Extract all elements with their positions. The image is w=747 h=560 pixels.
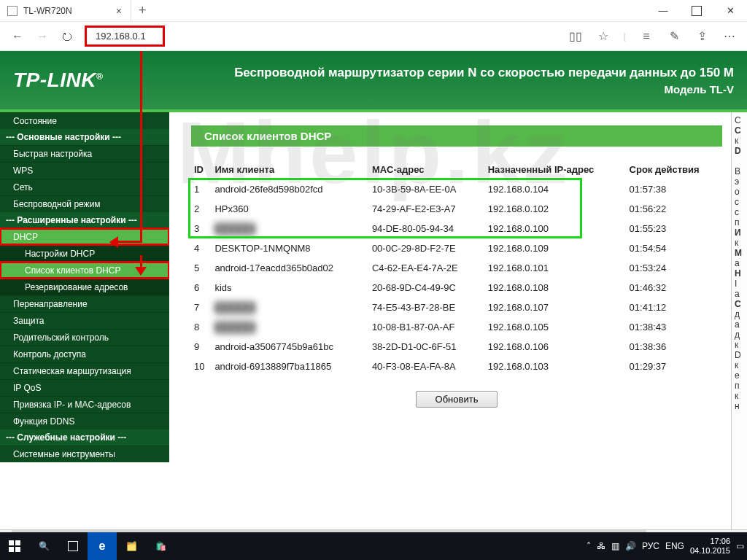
windows-taskbar: 🔍 e 🗂️ 🛍️ ˄ 🖧 ▥ 🔊 РУС ENG 17:06 04.10.20… [0,532,747,560]
table-row: 7██████74-E5-43-B7-28-BE192.168.0.10701:… [191,298,722,317]
tray-volume-icon[interactable]: 🔊 [625,541,636,551]
sidebar-item-dhcp[interactable]: DHCP [0,228,169,245]
table-row: 9android-a35067745b9a61bc38-2D-D1-0C-6F-… [191,337,722,357]
table-cell: 40-F3-08-EA-FA-8A [369,357,485,376]
browser-tab-strip: TL-WR720N × + — ✕ [0,0,747,22]
url-text: 192.168.0.1 [96,31,146,42]
taskbar-app-edge[interactable]: e [88,532,117,560]
refresh-browser-button[interactable]: ⭮ [60,29,74,44]
tray-notifications-icon[interactable]: ▭ [736,541,744,551]
sidebar-item-tools[interactable]: Системные инструменты [0,446,169,462]
sidebar-sub-dhcp-settings[interactable]: Настройки DHCP [0,245,169,262]
table-cell: 192.168.0.104 [485,179,627,199]
table-cell: 10-3B-59-8A-EE-0A [369,179,485,199]
tray-clock[interactable]: 17:06 04.10.2015 [690,537,730,556]
reading-mode-icon[interactable]: ▯▯ [568,29,583,44]
taskbar-app-explorer[interactable]: 🗂️ [117,532,146,560]
table-cell: 01:46:32 [627,278,722,298]
page-viewport: Mhelp.kz TP-LINK® Беспроводной маршрутиз… [0,51,747,532]
tray-lang-2[interactable]: ENG [665,541,684,551]
table-cell: 1 [191,179,212,199]
table-row: 5android-17eacdd365b0ad02C4-62-EA-E4-7A-… [191,258,722,278]
back-button[interactable]: ← [10,29,25,44]
table-row: 2HPx36074-29-AF-E2-E3-A7192.168.0.10201:… [191,199,722,219]
search-icon[interactable]: 🔍 [29,532,58,560]
table-cell: 74-29-AF-E2-E3-A7 [369,199,485,219]
window-controls: — ✕ [646,0,747,22]
table-cell: 192.168.0.108 [485,278,627,298]
address-bar[interactable]: 192.168.0.1 [85,26,165,47]
sidebar-item-ipmac[interactable]: Привязка IP- и MAC-адресов [0,396,169,413]
table-cell: 20-68-9D-C4-49-9C [369,278,485,298]
table-cell: 192.168.0.100 [485,219,627,238]
sidebar-group-service: --- Служебные настройки --- [0,429,169,446]
sidebar-item-access[interactable]: Контроль доступа [0,346,169,362]
sidebar-item-ddns[interactable]: Функция DDNS [0,413,169,429]
sidebar-item-parental[interactable]: Родительский контроль [0,329,169,346]
table-cell: android-17eacdd365b0ad02 [212,258,369,278]
table-cell: 192.168.0.101 [485,258,627,278]
svg-rect-3 [15,547,20,552]
notes-icon[interactable]: ✎ [667,29,681,44]
sidebar-item-forwarding[interactable]: Перенаправление [0,295,169,312]
table-cell: 10 [191,357,212,376]
col-mac: MAC-адрес [369,160,485,179]
minimize-button[interactable]: — [646,0,680,22]
table-cell: 2 [191,199,212,219]
forward-button[interactable]: → [35,29,50,44]
favorite-icon[interactable]: ☆ [596,29,611,44]
sidebar-nav: Состояние --- Основные настройки --- Быс… [0,112,169,529]
tray-battery-icon[interactable]: ▥ [611,541,619,551]
table-cell: 192.168.0.102 [485,199,627,219]
svg-rect-0 [9,540,14,545]
col-name: Имя клиента [212,160,369,179]
browser-tab[interactable]: TL-WR720N × [0,0,131,21]
table-cell: ██████ [212,219,369,238]
start-button[interactable] [0,532,29,560]
close-window-button[interactable]: ✕ [713,0,747,22]
table-row: 8██████10-08-B1-87-0A-AF192.168.0.10501:… [191,317,722,337]
table-cell: 6 [191,278,212,298]
tray-lang-1[interactable]: РУС [642,541,659,551]
table-row: 10android-6913889f7ba1186540-F3-08-EA-FA… [191,357,722,376]
help-panel-clipped: СС кD Вэ осс пИ кM аН IаС дад кDк епк н [731,112,747,529]
table-cell: 01:54:54 [627,238,722,258]
sidebar-group-ext: --- Расширенные настройки --- [0,212,169,228]
header-title: Беспроводной маршрутизатор серии N со ск… [234,66,734,80]
sidebar-item-security[interactable]: Защита [0,312,169,329]
sidebar-item-static-route[interactable]: Статическая маршрутизация [0,362,169,379]
table-cell: 3 [191,219,212,238]
table-cell: 192.168.0.105 [485,317,627,337]
refresh-button[interactable]: Обновить [416,391,498,408]
maximize-button[interactable] [680,0,713,22]
svg-rect-2 [9,547,14,552]
menu-icon[interactable]: ⋯ [722,29,737,44]
sidebar-item-ipqos[interactable]: IP QoS [0,379,169,396]
sidebar-item-quick-setup[interactable]: Быстрая настройка [0,145,169,162]
table-cell: 01:55:23 [627,219,722,238]
table-cell: 01:56:22 [627,199,722,219]
tray-network-icon[interactable]: 🖧 [597,541,605,551]
sidebar-item-status[interactable]: Состояние [0,112,169,129]
sidebar-item-wps[interactable]: WPS [0,162,169,179]
share-icon[interactable]: ⇪ [694,29,709,44]
hub-icon[interactable]: ≡ [639,29,654,44]
tray-chevron-icon[interactable]: ˄ [587,541,591,551]
main-content: Список клиентов DHCP ID Имя клиента MAC-… [169,112,731,529]
table-cell: 10-08-B1-87-0A-AF [369,317,485,337]
table-cell: 8 [191,317,212,337]
table-cell: kids [212,278,369,298]
new-tab-button[interactable]: + [131,3,154,18]
close-tab-icon[interactable]: × [113,5,125,17]
sidebar-sub-dhcp-clients[interactable]: Список клиентов DHCP [0,262,169,279]
table-cell: 74-E5-43-B7-28-BE [369,298,485,317]
taskbar-app-store[interactable]: 🛍️ [146,532,175,560]
sidebar-item-wireless[interactable]: Беспроводной режим [0,195,169,212]
table-cell: android-6913889f7ba11865 [212,357,369,376]
table-cell: 5 [191,258,212,278]
task-view-icon[interactable] [58,532,88,560]
sidebar-item-network[interactable]: Сеть [0,179,169,195]
table-cell: android-a35067745b9a61bc [212,337,369,357]
table-cell: 01:41:12 [627,298,722,317]
sidebar-sub-dhcp-reserve[interactable]: Резервирование адресов [0,279,169,295]
